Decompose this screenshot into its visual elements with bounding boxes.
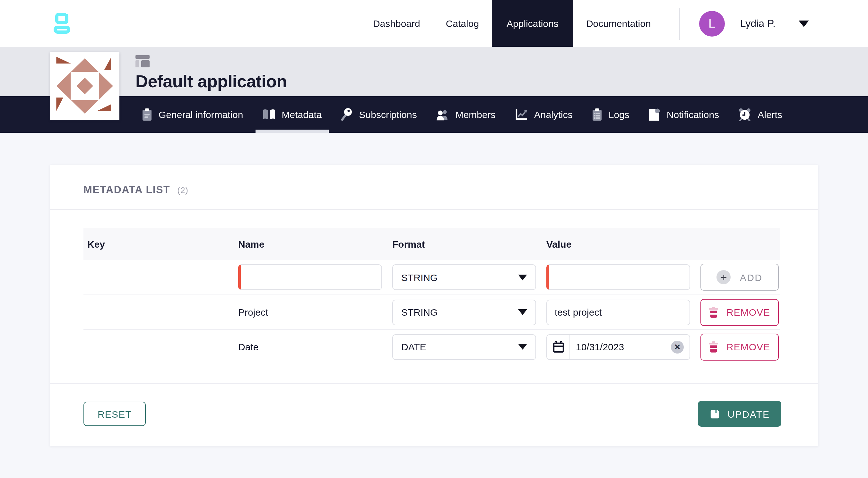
tab-logs[interactable]: Logs xyxy=(582,96,639,133)
line-chart-icon xyxy=(515,108,528,121)
tab-notifications[interactable]: Notifications xyxy=(639,96,729,133)
save-icon xyxy=(710,408,721,419)
tab-label: Analytics xyxy=(534,109,573,120)
column-header-name: Name xyxy=(234,238,389,249)
actions-cell: REMOVE xyxy=(696,333,780,360)
gravitee-logo-icon xyxy=(53,11,71,35)
new-value-input[interactable] xyxy=(546,264,690,290)
metadata-card: METADATA LIST (2) Key Name Format Value xyxy=(50,165,818,446)
tab-label: General information xyxy=(159,109,243,120)
card-header: METADATA LIST (2) xyxy=(50,165,818,210)
format-cell: STRING xyxy=(389,299,542,325)
main-content: METADATA LIST (2) Key Name Format Value xyxy=(0,133,868,478)
nav-item-applications[interactable]: Applications xyxy=(492,0,573,47)
reset-button[interactable]: RESET xyxy=(84,402,146,426)
user-name: Lydia P. xyxy=(740,18,776,29)
chevron-down-icon xyxy=(518,309,527,315)
page: Dashboard Catalog Applications Documenta… xyxy=(0,0,868,478)
application-type-icon xyxy=(135,55,150,67)
nav-item-dashboard[interactable]: Dashboard xyxy=(360,0,433,47)
metadata-row-date: Date DATE xyxy=(84,329,780,364)
table-header-row: Key Name Format Value xyxy=(84,228,780,260)
column-header-key: Key xyxy=(84,238,234,249)
remove-button-label: REMOVE xyxy=(726,307,770,318)
tab-subscriptions[interactable]: Subscriptions xyxy=(332,96,427,133)
column-header-value: Value xyxy=(542,238,696,249)
user-avatar[interactable]: L xyxy=(699,10,725,36)
tab-label: Notifications xyxy=(667,109,719,120)
actions-cell: REMOVE xyxy=(696,299,780,326)
selected-format: STRING xyxy=(401,307,437,318)
open-book-icon xyxy=(262,108,275,121)
selected-format: DATE xyxy=(401,341,426,352)
new-name-input[interactable] xyxy=(238,264,382,290)
actions-cell: + ADD xyxy=(696,264,780,291)
name-cell: Project xyxy=(234,307,389,318)
metadata-table: Key Name Format Value STRING xyxy=(84,228,780,364)
new-metadata-row: STRING + ADD xyxy=(84,260,780,294)
new-format-select[interactable]: STRING xyxy=(392,264,536,290)
page-title: Default application xyxy=(135,72,868,92)
top-navigation-bar: Dashboard Catalog Applications Documenta… xyxy=(0,0,868,47)
nav-item-documentation[interactable]: Documentation xyxy=(573,0,664,47)
application-identicon xyxy=(50,52,119,120)
tab-general-information[interactable]: General information xyxy=(132,96,253,133)
update-button[interactable]: UPDATE xyxy=(698,401,781,427)
trash-icon xyxy=(709,341,719,353)
clipboard-icon xyxy=(142,108,152,121)
application-avatar xyxy=(50,52,119,120)
date-picker-field: ✕ xyxy=(546,334,690,360)
value-cell: ✕ xyxy=(542,334,696,360)
application-tabs: General information Metadata Subscriptio… xyxy=(0,96,868,133)
topnav-items: Dashboard Catalog Applications Documenta… xyxy=(360,0,868,47)
value-input[interactable] xyxy=(546,299,690,325)
tab-label: Logs xyxy=(609,109,629,120)
tab-members[interactable]: Members xyxy=(427,96,505,133)
chevron-down-icon xyxy=(518,274,527,280)
add-button-label: ADD xyxy=(740,272,763,283)
remove-metadata-button[interactable]: REMOVE xyxy=(701,299,779,326)
section-title: METADATA LIST xyxy=(84,184,170,196)
chevron-down-icon[interactable] xyxy=(799,20,809,27)
remove-metadata-button[interactable]: REMOVE xyxy=(701,333,779,360)
selected-format: STRING xyxy=(401,272,437,283)
value-cell xyxy=(542,264,696,290)
format-cell: STRING xyxy=(389,264,542,290)
people-icon xyxy=(436,109,449,120)
brand-logo[interactable] xyxy=(53,11,71,35)
nav-item-catalog[interactable]: Catalog xyxy=(433,0,492,47)
format-select[interactable]: STRING xyxy=(392,299,536,325)
metadata-row-project: Project STRING xyxy=(84,294,780,329)
metadata-count-badge: (2) xyxy=(177,185,188,195)
plus-icon: + xyxy=(717,270,731,284)
tab-label: Members xyxy=(456,109,496,120)
column-header-format: Format xyxy=(389,238,542,249)
name-cell xyxy=(234,264,389,290)
update-button-label: UPDATE xyxy=(728,408,770,419)
remove-button-label: REMOVE xyxy=(726,341,770,352)
add-metadata-button[interactable]: + ADD xyxy=(701,264,779,291)
nav-divider xyxy=(679,7,680,39)
tab-metadata[interactable]: Metadata xyxy=(253,96,331,133)
tab-analytics[interactable]: Analytics xyxy=(505,96,582,133)
name-cell: Date xyxy=(234,341,389,352)
user-menu[interactable]: L Lydia P. xyxy=(699,10,809,36)
application-header: Default application xyxy=(0,47,868,96)
trash-icon xyxy=(709,306,719,318)
card-footer: RESET UPDATE xyxy=(50,384,818,446)
alarm-clock-icon xyxy=(738,108,751,121)
value-cell xyxy=(542,299,696,325)
calendar-button[interactable] xyxy=(547,334,570,359)
format-cell: DATE xyxy=(389,334,542,360)
clear-date-button[interactable]: ✕ xyxy=(671,340,684,353)
tab-label: Subscriptions xyxy=(359,109,417,120)
tab-alerts[interactable]: Alerts xyxy=(729,96,792,133)
format-select[interactable]: DATE xyxy=(392,334,536,360)
list-clipboard-icon xyxy=(592,108,602,121)
page-dot-icon xyxy=(649,108,660,121)
tab-label: Alerts xyxy=(757,109,782,120)
key-icon xyxy=(341,108,353,121)
date-input[interactable] xyxy=(570,341,671,352)
calendar-icon xyxy=(552,340,565,353)
chevron-down-icon xyxy=(518,344,527,350)
